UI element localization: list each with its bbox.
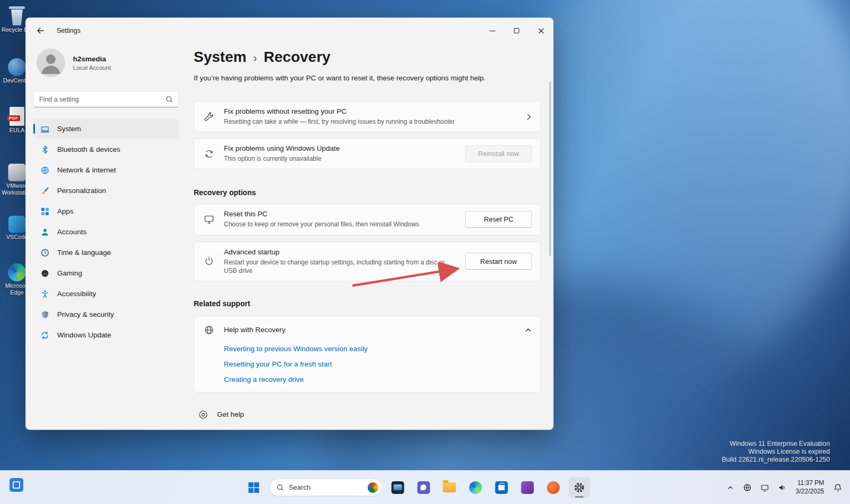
account-type: Local Account: [73, 65, 111, 71]
windows-logo-icon: [247, 481, 260, 494]
volume-icon[interactable]: [775, 481, 789, 494]
edge-icon: [6, 260, 28, 281]
sidebar-item-label: Gaming: [57, 269, 82, 277]
globe-network-icon: [41, 166, 49, 175]
help-link-reset-fresh-start[interactable]: Resetting your PC for a fresh start: [224, 360, 532, 368]
edge-browser-icon[interactable]: [465, 477, 486, 498]
scrollbar[interactable]: [549, 81, 551, 256]
search-icon: [166, 96, 173, 103]
settings-window: Settings h2smedia Local Account: [25, 17, 554, 430]
find-setting-search[interactable]: [33, 91, 179, 107]
power-restart-icon: [203, 256, 215, 267]
sidebar-item-label: Time & language: [57, 249, 111, 256]
sidebar-item-time-language[interactable]: Time & language: [33, 243, 179, 262]
bluetooth-icon: [41, 145, 49, 154]
sidebar-item-privacy[interactable]: Privacy & security: [33, 305, 179, 324]
person-icon: [41, 228, 49, 236]
window-titlebar: Settings: [26, 18, 553, 43]
restart-now-button[interactable]: Restart now: [465, 253, 532, 270]
tray-chevron-up-icon[interactable]: [724, 481, 737, 494]
window-title: Settings: [57, 27, 80, 34]
system-tray: 11:37 PM 3/22/2025: [724, 477, 845, 498]
page-description: If you’re having problems with your PC o…: [194, 74, 541, 82]
taskbar: Search: [0, 470, 850, 504]
breadcrumb-separator: ›: [254, 50, 257, 64]
display-cast-icon[interactable]: [758, 481, 772, 494]
sidebar-item-accessibility[interactable]: Accessibility: [33, 284, 179, 304]
minimize-icon: [490, 31, 495, 31]
sidebar-item-personalization[interactable]: Personalization: [33, 181, 179, 200]
sidebar-item-accounts[interactable]: Accounts: [33, 222, 179, 242]
microsoft-store-icon[interactable]: [491, 477, 512, 498]
minimize-button[interactable]: [480, 18, 504, 43]
update-arrows-icon: [41, 331, 49, 340]
section-related-support: Related support: [194, 299, 541, 308]
recovery-page: System › Recovery If you’re having probl…: [194, 43, 541, 429]
card-reset-this-pc: Reset this PC Choose to keep or remove y…: [194, 204, 541, 235]
help-expander-header[interactable]: Help with Recovery: [194, 316, 540, 344]
taskbar-corner-widget-icon[interactable]: [10, 478, 23, 492]
get-help-label: Get help: [217, 410, 244, 418]
close-button[interactable]: [529, 18, 553, 43]
chevron-right-icon: [526, 113, 532, 121]
sidebar-item-label: Windows Update: [57, 331, 111, 339]
settings-nav: System Bluetooth & devices Network & int…: [33, 119, 179, 345]
account-summary[interactable]: h2smedia Local Account: [37, 49, 179, 77]
globe-icon: [203, 325, 215, 335]
card-advanced-startup: Advanced startup Restart your device to …: [194, 242, 541, 281]
orange-app-icon[interactable]: [542, 477, 564, 498]
breadcrumb-system[interactable]: System: [194, 49, 247, 66]
help-link-recovery-drive[interactable]: Creating a recovery drive: [224, 375, 532, 383]
help-links: Reverting to previous Windows version ea…: [194, 344, 540, 392]
page-title: Recovery: [264, 49, 330, 66]
sidebar-item-system[interactable]: System: [33, 119, 179, 139]
get-help-link[interactable]: Get help: [194, 409, 541, 420]
clock-date: 3/22/2025: [796, 488, 824, 496]
search-label: Search: [288, 483, 361, 491]
reset-pc-button[interactable]: Reset PC: [465, 211, 532, 228]
back-button[interactable]: [31, 23, 49, 39]
search-highlights-icon: [366, 481, 379, 494]
reinstall-now-button[interactable]: Reinstall now: [465, 145, 532, 162]
pdf-badge: PDF: [7, 115, 20, 121]
start-button[interactable]: [243, 477, 264, 498]
sidebar-item-label: Accessibility: [57, 290, 96, 298]
sidebar-item-label: Network & internet: [57, 166, 116, 174]
taskbar-clock[interactable]: 11:37 PM 3/22/2025: [793, 477, 827, 498]
taskbar-search[interactable]: Search: [269, 479, 382, 496]
apps-grid-icon: [41, 207, 49, 216]
card-subtitle: Restart your device to change startup se…: [224, 258, 451, 275]
card-title: Fix problems using Windows Update: [224, 144, 457, 152]
teams-chat-icon[interactable]: [413, 477, 434, 498]
maximize-button[interactable]: [504, 18, 529, 43]
card-title: Help with Recovery: [224, 326, 516, 334]
sidebar-item-label: Apps: [57, 207, 74, 215]
settings-sidebar: h2smedia Local Account System Bluetooth …: [26, 43, 186, 429]
network-globe-icon[interactable]: [740, 481, 754, 494]
card-title: Advanced startup: [224, 248, 457, 256]
sidebar-item-label: Personalization: [57, 187, 106, 195]
reset-pc-icon: [203, 214, 215, 225]
card-fix-problems-troubleshooter[interactable]: Fix problems without resetting your PC R…: [194, 101, 541, 132]
desktop: Recycle Bin DevCenter PDF EULA VMware Wo…: [0, 0, 850, 504]
help-link-revert-version[interactable]: Reverting to previous Windows version ea…: [224, 345, 532, 353]
vmware-icon: [6, 160, 28, 181]
monitor-app-icon[interactable]: [387, 477, 408, 498]
wrench-icon: [203, 112, 215, 122]
sidebar-item-bluetooth[interactable]: Bluetooth & devices: [33, 140, 179, 159]
sidebar-item-gaming[interactable]: Gaming: [33, 263, 179, 283]
settings-app-icon[interactable]: [568, 477, 590, 498]
recycle-bin-icon: [6, 4, 28, 25]
sidebar-item-windows-update[interactable]: Windows Update: [33, 325, 179, 345]
sidebar-item-network[interactable]: Network & internet: [33, 160, 179, 180]
notification-bell-icon[interactable]: [831, 481, 845, 494]
file-explorer-icon[interactable]: [439, 477, 460, 498]
search-icon: [276, 484, 284, 491]
sidebar-item-apps[interactable]: Apps: [33, 201, 179, 221]
taskbar-center: Search: [243, 477, 590, 498]
find-setting-input[interactable]: [39, 96, 166, 103]
help-with-recovery-expander: Help with Recovery Reverting to previous…: [194, 316, 541, 392]
sidebar-item-label: Accounts: [57, 228, 87, 236]
visual-studio-app-icon[interactable]: [517, 477, 538, 498]
sidebar-item-label: Bluetooth & devices: [57, 145, 120, 153]
